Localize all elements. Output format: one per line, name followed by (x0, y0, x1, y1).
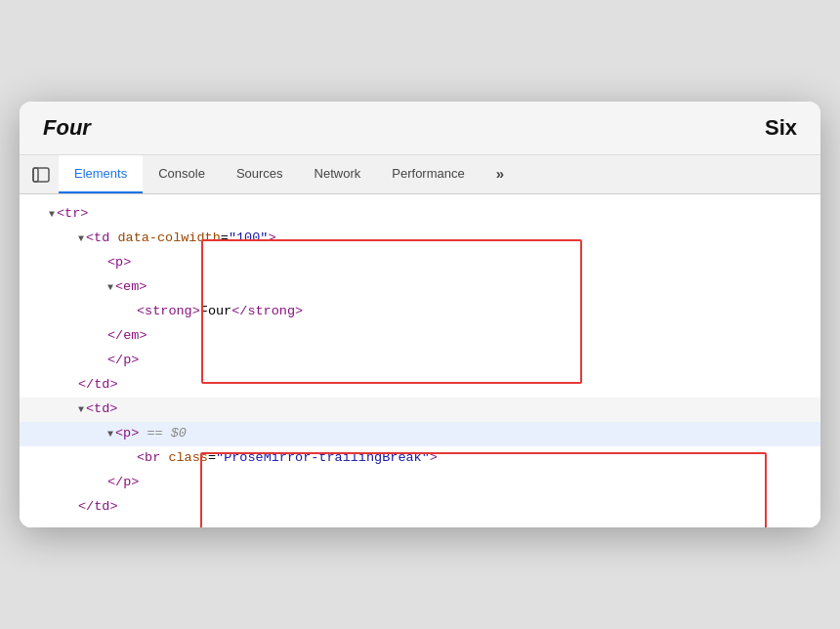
svg-rect-1 (33, 168, 38, 182)
dom-line-6[interactable]: </p> (20, 349, 820, 373)
browser-window: Four Six Elements Console Sources Networ… (20, 102, 820, 526)
top-bar-right: Six (765, 115, 797, 141)
dom-line-12[interactable]: </td> (20, 495, 820, 520)
devtools-toggle-icon[interactable] (23, 155, 59, 193)
top-bar-left: Four (43, 115, 91, 141)
top-bar: Four Six (20, 102, 820, 155)
tab-more[interactable]: » (481, 155, 521, 193)
tab-performance[interactable]: Performance (376, 155, 480, 193)
dom-line-5[interactable]: </em> (20, 324, 820, 349)
dom-line-8[interactable]: ▼<td> (20, 398, 820, 422)
dom-line-1[interactable]: ▼<td data-colwidth="100"> (20, 227, 820, 251)
tab-elements[interactable]: Elements (59, 155, 143, 193)
svg-rect-0 (33, 168, 49, 182)
dom-line-4[interactable]: <strong>Four</strong> (20, 300, 820, 324)
dom-line-0[interactable]: ▼<tr> (20, 202, 820, 227)
dom-line-2[interactable]: <p> (20, 251, 820, 275)
tab-network[interactable]: Network (299, 155, 377, 193)
dom-line-10[interactable]: <br class="ProseMirror-trailingBreak"> (20, 446, 820, 471)
devtools-tab-bar: Elements Console Sources Network Perform… (20, 155, 820, 194)
tab-sources[interactable]: Sources (221, 155, 299, 193)
dom-line-3[interactable]: ▼<em> (20, 275, 820, 300)
tab-console[interactable]: Console (143, 155, 221, 193)
dom-line-7[interactable]: </td> (20, 373, 820, 398)
dom-line-9[interactable]: ▼<p> == $0 (20, 422, 820, 446)
dom-line-11[interactable]: </p> (20, 471, 820, 495)
dom-inspector: ▼<tr>▼<td data-colwidth="100"><p>▼<em><s… (20, 194, 820, 526)
